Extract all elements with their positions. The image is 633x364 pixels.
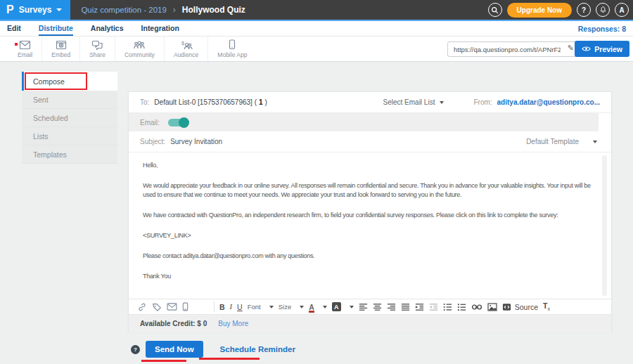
channel-embed[interactable]: Embed <box>42 37 80 61</box>
chevron-down-icon <box>56 8 62 11</box>
body-paragraph: <SURVEY_LINK> <box>143 231 592 240</box>
email-toggle-label: Email: <box>140 119 160 126</box>
header-actions: Upgrade Now ? A <box>488 3 633 18</box>
align-left-icon[interactable] <box>359 303 368 311</box>
red-annotation-dot <box>15 43 18 46</box>
channel-mobile-app[interactable]: Mobile App <box>208 37 256 61</box>
body-paragraph: Hello, <box>143 161 592 170</box>
red-annotation-underline-schedule <box>199 358 260 360</box>
schedule-reminder-link[interactable]: Schedule Reminder <box>220 345 295 353</box>
subject-label: Subject: <box>140 138 165 145</box>
sidebar-item-compose[interactable]: Compose <box>22 72 117 91</box>
edit-url-pencil-icon[interactable]: ✎ <box>568 44 574 53</box>
breadcrumb: Quiz competition - 2019 › Hollywood Quiz <box>81 5 245 15</box>
to-label: To: <box>140 98 149 106</box>
editor-toolbar: B I U Font Size A A <box>129 299 611 314</box>
template-dropdown-label: Default Template <box>526 138 579 145</box>
email-toggle-switch[interactable] <box>168 119 188 126</box>
buy-more-link[interactable]: Buy More <box>218 320 248 327</box>
indent-increase-icon[interactable] <box>415 303 424 311</box>
bold-button[interactable]: B <box>219 303 225 311</box>
channel-share[interactable]: Share <box>80 37 115 61</box>
size-dropdown[interactable]: Size <box>279 303 304 311</box>
toolbar-divider <box>214 301 215 312</box>
select-email-list-label: Select Email List <box>383 98 435 106</box>
recipient-row: To: Default List-0 [1575370657963] (1) S… <box>129 92 611 113</box>
channel-label: Mobile App <box>217 51 247 58</box>
channel-label: Embed <box>51 51 70 58</box>
select-email-list-dropdown[interactable]: Select Email List <box>383 98 445 106</box>
share-icon <box>91 40 103 50</box>
sidebar-item-sent[interactable]: Sent <box>22 91 117 109</box>
bullet-list-icon[interactable] <box>443 303 452 311</box>
bg-color-dropdown[interactable]: A <box>332 302 354 311</box>
size-dropdown-label: Size <box>279 303 291 311</box>
sidebar-item-label: Lists <box>33 132 49 141</box>
channel-audience[interactable]: $ Audience <box>165 37 208 61</box>
search-button[interactable] <box>488 3 502 17</box>
email-body-editor[interactable]: Hello, We would appreciate your feedback… <box>129 152 611 299</box>
link-icon[interactable] <box>471 304 482 311</box>
text-color-dropdown[interactable]: A <box>309 304 327 311</box>
channel-email[interactable]: Email <box>8 37 42 61</box>
send-actions: ? Send Now Schedule Reminder <box>131 341 295 358</box>
questionpro-logo: P <box>6 4 14 16</box>
font-dropdown-label: Font <box>248 303 261 311</box>
underline-button[interactable]: U <box>237 303 243 311</box>
tab-distribute[interactable]: Distribute <box>39 21 73 36</box>
sidebar-item-templates[interactable]: Templates <box>22 145 117 164</box>
channel-label: Audience <box>174 51 198 58</box>
chevron-down-icon <box>300 306 304 308</box>
responses-count[interactable]: Responses: 8 <box>578 25 626 33</box>
toggle-knob <box>179 117 189 128</box>
insert-image-icon[interactable] <box>487 303 497 311</box>
chevron-down-icon <box>350 306 354 308</box>
remove-format-button[interactable]: Tx <box>543 301 550 311</box>
template-dropdown[interactable]: Default Template <box>526 138 600 145</box>
chevron-down-icon <box>269 306 274 308</box>
channel-label: Share <box>89 51 106 58</box>
sidebar-item-lists[interactable]: Lists <box>22 127 117 145</box>
sidebar-item-scheduled[interactable]: Scheduled <box>22 109 117 127</box>
tab-edit[interactable]: Edit <box>7 21 21 36</box>
align-center-icon[interactable] <box>373 303 382 311</box>
italic-button[interactable]: I <box>230 303 233 311</box>
help-button[interactable]: ? <box>577 3 591 17</box>
numbered-list-icon[interactable] <box>457 303 466 311</box>
subject-value[interactable]: Survey Invitation <box>170 138 222 145</box>
align-right-icon[interactable] <box>387 303 396 311</box>
tab-analytics[interactable]: Analytics <box>91 21 124 36</box>
source-button[interactable]: Source <box>502 303 538 311</box>
mobile-preview-icon[interactable] <box>182 302 188 311</box>
send-now-button[interactable]: Send Now <box>146 341 203 358</box>
surveys-menu-label: Surveys <box>19 5 52 15</box>
distribute-email-page: Compose Sent Scheduled Lists Templates T… <box>0 62 633 364</box>
avatar[interactable]: A <box>615 3 629 17</box>
subject-row: Subject: Survey Invitation Default Templ… <box>129 131 611 152</box>
to-list-value[interactable]: Default List-0 [1575370657963] (1) <box>154 98 267 106</box>
editor-scrollbar[interactable] <box>602 155 607 296</box>
merge-tag-icon[interactable] <box>152 302 162 312</box>
from-label: From: <box>473 98 492 106</box>
remove-format-x: x <box>547 307 550 312</box>
align-justify-icon[interactable] <box>401 303 410 311</box>
survey-url-input[interactable] <box>447 41 578 57</box>
upgrade-now-button[interactable]: Upgrade Now <box>507 3 572 18</box>
preview-button-label: Preview <box>594 45 622 53</box>
survey-tabbar: Edit Distribute Analytics Integration Re… <box>0 20 633 37</box>
channel-community[interactable]: Community <box>115 37 165 61</box>
preview-button[interactable]: Preview <box>575 41 629 57</box>
notifications-button[interactable] <box>596 3 610 17</box>
from-email-value[interactable]: aditya.datar@questionpro.co... <box>497 98 600 106</box>
to-recipient-count: 1 <box>259 98 263 106</box>
test-email-icon[interactable] <box>167 303 177 311</box>
mobile-app-icon <box>229 39 236 50</box>
send-help-icon[interactable]: ? <box>131 345 140 354</box>
font-dropdown[interactable]: Font <box>248 303 274 311</box>
breadcrumb-parent[interactable]: Quiz competition - 2019 <box>81 6 166 14</box>
insert-survey-link-icon[interactable] <box>137 302 147 312</box>
email-sidebar: Compose Sent Scheduled Lists Templates <box>22 72 117 164</box>
surveys-menu[interactable]: P Surveys <box>0 0 70 20</box>
tab-integration[interactable]: Integration <box>141 21 179 36</box>
sidebar-item-label: Sent <box>33 96 49 104</box>
